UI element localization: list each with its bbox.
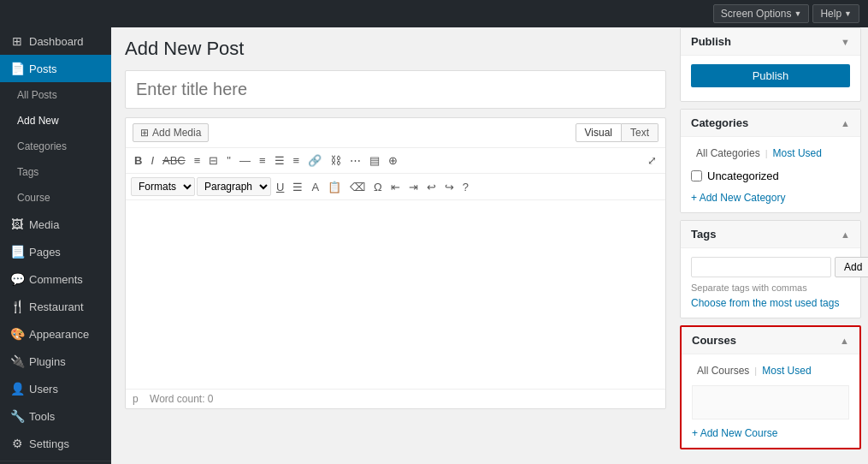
- media-icon: 🖼: [10, 217, 24, 231]
- bold-button[interactable]: B: [131, 152, 145, 170]
- editor-tag: p: [133, 393, 139, 405]
- sidebar-item-label: Tags: [17, 166, 38, 178]
- outdent-button[interactable]: ⇤: [387, 178, 404, 196]
- italic-button[interactable]: I: [147, 152, 157, 170]
- formats-select[interactable]: Formats: [131, 177, 195, 196]
- courses-panel-header[interactable]: Courses ▲: [682, 327, 859, 354]
- sidebar-item-all-posts[interactable]: All Posts: [0, 82, 111, 108]
- sidebar-item-add-new[interactable]: Add New: [0, 108, 111, 134]
- all-categories-tab[interactable]: All Categories: [691, 146, 765, 161]
- appearance-icon: 🎨: [10, 327, 24, 341]
- categories-collapse-icon: ▲: [841, 118, 850, 128]
- most-used-categories-tab[interactable]: Most Used: [768, 146, 827, 161]
- sidebar-item-label: Dashboard: [29, 35, 84, 48]
- post-title-input[interactable]: [125, 70, 666, 109]
- publish-collapse-icon: ▼: [841, 37, 850, 47]
- align-center-button[interactable]: ☰: [271, 152, 288, 170]
- tags-help-text: Separate tags with commas: [691, 283, 850, 293]
- publish-button[interactable]: Publish: [691, 64, 850, 87]
- indent-button[interactable]: ⇥: [405, 178, 422, 196]
- top-bar: Screen Options ▼ Help ▼: [0, 0, 868, 27]
- toolbar-row-2: Formats Paragraph U ☰ A 📋 ⌫ Ω ⇤ ⇥ ↩ ↪ ?: [126, 174, 665, 200]
- paragraph-select[interactable]: Paragraph: [197, 177, 271, 196]
- screen-options-arrow-icon: ▼: [794, 9, 801, 18]
- hr-button[interactable]: —: [236, 152, 254, 170]
- categories-list: Uncategorized: [691, 168, 850, 184]
- sidebar-item-restaurant[interactable]: 🍴 Restaurant: [0, 293, 111, 320]
- editor-body[interactable]: [126, 200, 665, 389]
- sidebar-item-settings[interactable]: ⚙ Settings: [0, 430, 111, 457]
- sidebar-item-label: Plugins: [29, 355, 66, 368]
- add-tag-button[interactable]: Add: [835, 257, 868, 277]
- text-tab[interactable]: Text: [622, 123, 658, 142]
- underline-button[interactable]: U: [273, 178, 287, 196]
- clear-format-button[interactable]: ⌫: [346, 178, 369, 196]
- align-left-button[interactable]: ≡: [256, 152, 269, 170]
- tags-panel-header[interactable]: Tags ▲: [681, 221, 860, 248]
- publish-panel: Publish ▼ Publish: [680, 27, 861, 102]
- sidebar-item-collapse[interactable]: ◀ Collapse menu: [0, 461, 111, 464]
- help-toolbar-button[interactable]: ?: [459, 178, 472, 196]
- add-new-course-link[interactable]: + Add New Course: [692, 427, 777, 439]
- sidebar-item-media[interactable]: 🖼 Media: [0, 211, 111, 238]
- help-button[interactable]: Help ▼: [812, 4, 859, 23]
- sidebar-item-categories[interactable]: Categories: [0, 134, 111, 159]
- sidebar-item-posts[interactable]: 📄 Posts: [0, 55, 111, 82]
- sidebar-item-label: Restaurant: [29, 300, 84, 313]
- add-media-button[interactable]: ⊞ Add Media: [133, 123, 209, 142]
- publish-panel-title: Publish: [691, 35, 731, 48]
- most-used-courses-tab[interactable]: Most Used: [757, 363, 816, 378]
- visual-tab[interactable]: Visual: [576, 123, 622, 142]
- special-char-button[interactable]: Ω: [370, 178, 386, 196]
- category-checkbox-uncategorized[interactable]: [691, 170, 702, 181]
- sidebar-item-course[interactable]: Course: [0, 185, 111, 211]
- text-color-button[interactable]: A: [308, 178, 322, 196]
- add-media-icon: ⊞: [140, 127, 149, 139]
- publish-panel-header[interactable]: Publish ▼: [681, 28, 860, 56]
- sidebar-item-tags[interactable]: Tags: [0, 159, 111, 185]
- tags-input[interactable]: [691, 257, 831, 277]
- redo-button[interactable]: ↪: [441, 178, 458, 196]
- all-courses-tab[interactable]: All Courses: [692, 363, 754, 378]
- categories-panel: Categories ▲ All Categories | Most Used …: [680, 109, 861, 213]
- strikethrough-button[interactable]: ABC: [159, 152, 189, 170]
- blockquote-button[interactable]: ": [223, 152, 234, 170]
- category-tabs: All Categories | Most Used: [691, 146, 850, 161]
- sidebar-item-appearance[interactable]: 🎨 Appearance: [0, 320, 111, 348]
- sidebar-item-tools[interactable]: 🔧 Tools: [0, 402, 111, 430]
- sidebar-item-label: Appearance: [29, 328, 89, 341]
- content-wrap: Add New Post ⊞ Add Media Visual Text: [111, 27, 868, 464]
- users-icon: 👤: [10, 382, 24, 396]
- screen-options-button[interactable]: Screen Options ▼: [713, 4, 810, 23]
- sidebar-item-comments[interactable]: 💬 Comments: [0, 265, 111, 293]
- ordered-list-button[interactable]: ⊟: [205, 152, 221, 170]
- toggle-toolbar-button[interactable]: ▤: [366, 152, 383, 170]
- unlink-button[interactable]: ⛓: [327, 152, 345, 170]
- sidebar-item-label: Posts: [29, 62, 57, 75]
- categories-panel-header[interactable]: Categories ▲: [681, 110, 860, 137]
- add-media-label: Add Media: [152, 127, 201, 139]
- unordered-list-button[interactable]: ≡: [191, 152, 204, 170]
- justify-button[interactable]: ☰: [289, 178, 306, 196]
- insert-more-button[interactable]: ⋯: [346, 152, 364, 170]
- plugins-icon: 🔌: [10, 354, 24, 368]
- pages-icon: 📃: [10, 245, 24, 259]
- sidebar-item-plugins[interactable]: 🔌 Plugins: [0, 348, 111, 375]
- page-title: Add New Post: [125, 38, 666, 60]
- sidebar-item-dashboard[interactable]: ⊞ Dashboard: [0, 27, 111, 55]
- link-button[interactable]: 🔗: [304, 152, 325, 170]
- fullscreen-button[interactable]: ⤢: [644, 152, 660, 170]
- sidebar-item-users[interactable]: 👤 Users: [0, 375, 111, 402]
- help-label: Help: [820, 8, 841, 20]
- tags-panel-title: Tags: [691, 228, 716, 241]
- dashboard-icon: ⊞: [10, 34, 24, 48]
- publish-panel-body: Publish: [681, 56, 860, 101]
- undo-button[interactable]: ↩: [423, 178, 440, 196]
- align-right-button[interactable]: ≡: [290, 152, 304, 170]
- courses-panel-title: Courses: [692, 334, 736, 347]
- add-new-category-link[interactable]: + Add New Category: [691, 192, 785, 204]
- add-button[interactable]: ⊕: [385, 152, 401, 170]
- choose-tags-link[interactable]: Choose from the most used tags: [691, 297, 839, 309]
- paste-word-button[interactable]: 📋: [324, 178, 345, 196]
- sidebar-item-pages[interactable]: 📃 Pages: [0, 238, 111, 265]
